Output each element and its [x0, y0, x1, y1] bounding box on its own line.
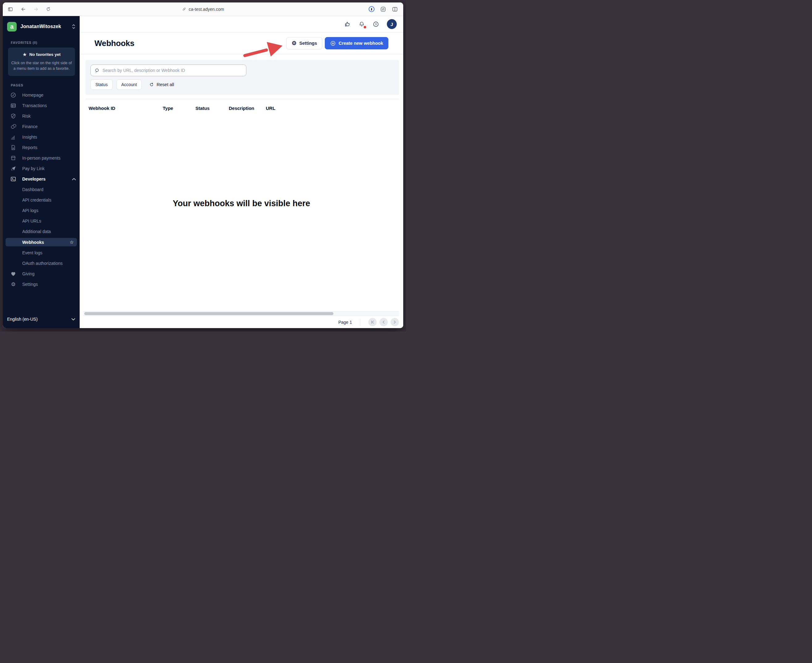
link-icon [182, 7, 186, 11]
sidebar-item-in-person-payments[interactable]: In-person payments [3, 153, 80, 163]
sidebar-toggle-icon[interactable] [7, 6, 14, 12]
address-bar[interactable]: ca-test.adyen.com [3, 2, 403, 16]
star-icon: ★ [23, 52, 27, 57]
search-box[interactable] [91, 65, 246, 76]
sidebar-item-label: Dashboard [22, 187, 44, 192]
sidebar-item-label: Developers [22, 176, 45, 181]
sidebar-item-pay-by-link[interactable]: Pay by Link [3, 163, 80, 174]
sidebar-item-giving[interactable]: Giving [3, 268, 80, 279]
account-switcher[interactable]: a JonatanWitoszek [7, 20, 75, 33]
sidebar-item-label: Risk [22, 113, 31, 118]
svg-text:?: ? [375, 23, 377, 26]
sidebar-item-reports[interactable]: Reports [3, 142, 80, 153]
account-filter-button[interactable]: Account [116, 79, 142, 90]
split-view-icon[interactable] [392, 6, 398, 12]
onepassword-icon[interactable] [369, 6, 375, 12]
help-icon[interactable]: ? [373, 21, 379, 27]
document-icon [10, 144, 16, 150]
chevron-right-icon [393, 320, 397, 324]
reset-all-button[interactable]: Reset all [149, 82, 174, 87]
chevron-up-icon [72, 178, 76, 181]
heart-icon [10, 271, 16, 277]
sidebar-item-insights[interactable]: Insights [3, 132, 80, 142]
browser-settings-icon[interactable] [380, 6, 386, 12]
sidebar-item-additional-data[interactable]: Additional data [3, 226, 80, 237]
sidebar-item-label: Reports [22, 145, 37, 150]
language-label: English (en-US) [7, 317, 38, 322]
sidebar-item-label: Giving [22, 271, 35, 276]
app-header: ? J [80, 16, 403, 32]
sidebar-item-label: OAuth authorizations [22, 261, 63, 266]
sidebar-item-label: Transactions [22, 103, 47, 108]
avatar[interactable]: J [387, 19, 397, 29]
search-icon [94, 68, 100, 73]
scrollbar-thumb[interactable] [84, 312, 333, 315]
sidebar-item-developers[interactable]: Developers [3, 174, 80, 184]
browser-window: ca-test.adyen.com a JonatanWitoszek F [3, 2, 403, 328]
next-page-button[interactable] [391, 318, 399, 326]
store-icon [10, 155, 16, 161]
sidebar-item-label: API credentials [22, 197, 51, 202]
create-button-label: Create new webhook [339, 41, 383, 46]
sidebar-item-transactions[interactable]: Transactions [3, 100, 80, 111]
sidebar-item-api-logs[interactable]: API logs [3, 205, 80, 216]
favorites-empty-hint: Click on the star on the right side of a… [11, 60, 72, 71]
language-selector[interactable]: English (en-US) [7, 314, 75, 324]
back-icon[interactable] [20, 6, 26, 12]
table-icon [10, 102, 16, 108]
main-content: ? J Webhooks ⚙ Settings Create new webho… [80, 16, 403, 328]
horizontal-scrollbar[interactable] [83, 311, 399, 316]
search-input[interactable] [102, 68, 243, 73]
plus-circle-icon [330, 40, 336, 46]
sidebar-item-risk[interactable]: Risk [3, 111, 80, 121]
account-switcher-chevrons-icon [72, 24, 75, 29]
sidebar-item-homepage[interactable]: Homepage [3, 90, 80, 100]
column-header-type: Type [163, 105, 196, 111]
sidebar-item-label: Pay by Link [22, 166, 44, 171]
favorites-empty-title: No favorites yet [29, 52, 60, 57]
status-filter-button[interactable]: Status [91, 79, 113, 90]
feedback-thumbs-up-icon[interactable] [344, 21, 351, 27]
favorites-section-label: FAVORITES (0) [11, 41, 80, 44]
favorite-star-icon[interactable]: ☆ [70, 239, 74, 245]
reset-all-label: Reset all [157, 82, 174, 87]
gear-icon: ⚙ [291, 40, 296, 46]
chevron-left-icon [382, 320, 386, 324]
column-header-status: Status [196, 105, 229, 111]
pages-section-label: PAGES [11, 83, 80, 87]
notifications-bell-icon[interactable] [359, 21, 365, 27]
chevron-down-icon [71, 318, 75, 321]
sidebar-item-label: Finance [22, 124, 38, 129]
first-page-button[interactable] [368, 318, 377, 326]
sidebar-item-webhooks[interactable]: Webhooks ☆ [6, 238, 77, 246]
shield-icon [10, 113, 16, 119]
webhook-settings-button[interactable]: ⚙ Settings [286, 37, 322, 49]
sidebar-item-finance[interactable]: Finance [3, 121, 80, 132]
sidebar-item-api-urls[interactable]: API URLs [3, 216, 80, 226]
sidebar-item-label: Settings [22, 282, 38, 287]
pagination-footer: Page 1 [80, 316, 403, 328]
sidebar-item-event-logs[interactable]: Event logs [3, 247, 80, 258]
notification-badge [364, 26, 366, 28]
account-name: JonatanWitoszek [20, 24, 61, 29]
column-header-description: Description [229, 105, 266, 111]
coins-icon [10, 123, 16, 129]
sidebar-item-label: API URLs [22, 218, 41, 223]
reload-icon[interactable] [46, 6, 51, 12]
forward-icon [33, 6, 39, 12]
sidebar-item-dashboard[interactable]: Dashboard [3, 184, 80, 195]
sidebar-item-api-credentials[interactable]: API credentials [3, 195, 80, 205]
gauge-icon [10, 92, 16, 98]
previous-page-button[interactable] [379, 318, 388, 326]
url-text: ca-test.adyen.com [189, 7, 224, 12]
sidebar-item-settings[interactable]: ⚙ Settings [3, 279, 80, 289]
page-indicator: Page 1 [338, 320, 352, 325]
empty-state-message: Your webhooks will be visible here [80, 199, 403, 209]
title-row: Webhooks ⚙ Settings Create new webhook [80, 32, 403, 54]
table-body: Your webhooks will be visible here [80, 116, 403, 311]
sidebar-item-label: Insights [22, 134, 37, 139]
filter-panel: Status Account Reset all [86, 60, 399, 95]
create-new-webhook-button[interactable]: Create new webhook [325, 37, 388, 49]
page-title: Webhooks [94, 39, 134, 48]
sidebar-item-oauth-authorizations[interactable]: OAuth authorizations [3, 258, 80, 268]
